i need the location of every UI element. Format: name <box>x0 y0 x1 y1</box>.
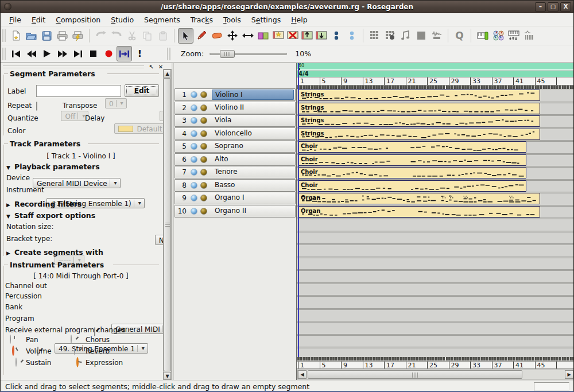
undo-button[interactable] <box>93 28 108 44</box>
segment-choir[interactable]: Choir <box>298 180 526 192</box>
mute-track-button[interactable] <box>328 28 344 44</box>
audio-editor-button[interactable] <box>429 28 444 44</box>
quantize-button[interactable]: Q <box>452 28 467 44</box>
track-name[interactable]: Violino I <box>212 90 294 100</box>
lower-segment-button[interactable] <box>314 28 328 44</box>
event-list-button[interactable] <box>413 28 429 44</box>
record-arm-led-icon[interactable] <box>200 169 207 176</box>
menu-tools[interactable]: Tools <box>218 14 246 26</box>
menu-composition[interactable]: Composition <box>51 14 106 26</box>
percussion-matrix-button[interactable] <box>382 28 398 44</box>
toolbar-grip[interactable] <box>2 29 6 42</box>
track-row[interactable]: 3Viola <box>174 114 296 127</box>
mute-led-icon[interactable] <box>191 169 197 176</box>
stop-button[interactable] <box>86 46 101 61</box>
rewind-to-start-button[interactable] <box>8 46 24 61</box>
track-row[interactable]: 2Violino II <box>174 102 296 114</box>
reverb-knob[interactable] <box>74 346 75 355</box>
mute-led-icon[interactable] <box>191 130 197 137</box>
notation-editor-button[interactable] <box>398 28 413 44</box>
select-tool-button[interactable] <box>178 28 193 44</box>
menu-settings[interactable]: Settings <box>246 14 286 26</box>
copy-button[interactable] <box>139 28 155 44</box>
scroll-down-icon[interactable]: ▼ <box>164 372 171 380</box>
fast-forward-to-end-button[interactable] <box>70 46 86 61</box>
titlebar[interactable]: /usr/share/apps/rosegarden/examples/avev… <box>1 1 573 13</box>
mute-led-icon[interactable] <box>191 156 197 163</box>
recording-filters-header[interactable]: ▶Recording filters <box>6 200 82 208</box>
canvas-hscrollbar[interactable]: ◀ ▶ <box>297 370 574 379</box>
record-arm-led-icon[interactable] <box>200 195 207 201</box>
track-row[interactable]: 6Alto <box>174 153 296 166</box>
save-button[interactable] <box>39 28 55 44</box>
track-name[interactable]: Violoncello <box>212 129 294 139</box>
mute-led-icon[interactable] <box>191 208 197 215</box>
playback-pointer[interactable] <box>298 63 299 357</box>
resize-tool-button[interactable] <box>240 28 255 44</box>
record-button[interactable] <box>101 46 117 61</box>
transpose-combo[interactable]: 0 <box>105 98 127 108</box>
paste-button[interactable] <box>155 28 170 44</box>
mute-led-icon[interactable] <box>191 182 197 189</box>
audio-mixer-button[interactable] <box>490 28 506 44</box>
track-name[interactable]: Organo II <box>212 206 294 216</box>
close-button[interactable]: X <box>560 2 571 11</box>
maximize-button[interactable]: ▢ <box>548 2 559 11</box>
dock-scrollbar-thumb[interactable] <box>164 78 171 371</box>
move-tool-button[interactable] <box>224 28 240 44</box>
record-arm-led-icon[interactable] <box>200 182 207 189</box>
record-arm-led-icon[interactable] <box>200 91 207 98</box>
dock-scrollbar[interactable]: ▲ ▼ <box>163 69 172 381</box>
new-file-button[interactable] <box>8 28 24 44</box>
toolbar-grip[interactable] <box>2 48 6 60</box>
panic-button[interactable]: ! <box>132 46 148 61</box>
menu-help[interactable]: Help <box>286 14 313 26</box>
playback-parameters-header[interactable]: ▼Playback parameters <box>6 162 100 171</box>
mute-led-icon[interactable] <box>191 117 197 124</box>
minimize-button[interactable]: – <box>535 2 546 11</box>
split-tool-button[interactable] <box>255 28 271 44</box>
new-segment-button[interactable] <box>271 28 285 44</box>
pan-knob[interactable] <box>10 335 11 344</box>
track-row[interactable]: 10Organo II <box>174 205 296 218</box>
create-segments-header[interactable]: ▶Create segments with <box>6 248 103 257</box>
rewind-button[interactable] <box>24 46 39 61</box>
record-track-button[interactable] <box>344 28 359 44</box>
track-name[interactable]: Basso <box>212 180 294 191</box>
cut-button[interactable] <box>124 28 139 44</box>
bar-ruler-bottom[interactable]: 159131721252933374145 <box>297 361 574 369</box>
segment-organ[interactable]: Organ <box>298 193 540 204</box>
device-combo[interactable]: General MIDI Device <box>33 178 121 188</box>
edit-label-button[interactable]: Edit <box>125 84 159 97</box>
track-row[interactable]: 8Basso <box>174 179 296 192</box>
record-arm-led-icon[interactable] <box>200 143 207 150</box>
segment-label-input[interactable] <box>36 85 121 97</box>
mute-led-icon[interactable] <box>191 91 197 98</box>
draw-tool-button[interactable] <box>193 28 209 44</box>
segment-strings[interactable]: Strings <box>298 129 540 140</box>
track-name[interactable]: Organo I <box>212 193 294 203</box>
track-name[interactable]: Soprano <box>212 141 294 152</box>
record-arm-led-icon[interactable] <box>200 130 207 137</box>
mute-led-icon[interactable] <box>191 104 197 111</box>
mute-led-icon[interactable] <box>191 143 197 150</box>
print-button[interactable] <box>55 28 70 44</box>
open-file-button[interactable] <box>24 28 39 44</box>
time-signature-ruler[interactable]: 4/4 <box>297 71 574 77</box>
play-button[interactable] <box>39 46 55 61</box>
print-preview-button[interactable] <box>70 28 86 44</box>
record-arm-led-icon[interactable] <box>200 156 207 163</box>
fast-forward-button[interactable] <box>55 46 70 61</box>
track-row[interactable]: 1Violino I <box>174 88 296 101</box>
manage-midi-devices-button[interactable] <box>475 28 490 44</box>
matrix-editor-button[interactable] <box>367 28 382 44</box>
redo-button[interactable] <box>108 28 124 44</box>
segment-strings[interactable]: Strings <box>298 90 540 101</box>
scroll-left-icon[interactable]: ◀ <box>298 370 307 379</box>
midi-mixer-button[interactable] <box>506 28 521 44</box>
track-name[interactable]: Viola <box>212 115 294 126</box>
tempo-ruler[interactable]: 60 <box>297 63 574 70</box>
menu-tracks[interactable]: Tracks <box>185 14 218 26</box>
segment-choir[interactable]: Choir <box>298 167 526 178</box>
segment-strings[interactable]: Strings <box>298 115 540 127</box>
